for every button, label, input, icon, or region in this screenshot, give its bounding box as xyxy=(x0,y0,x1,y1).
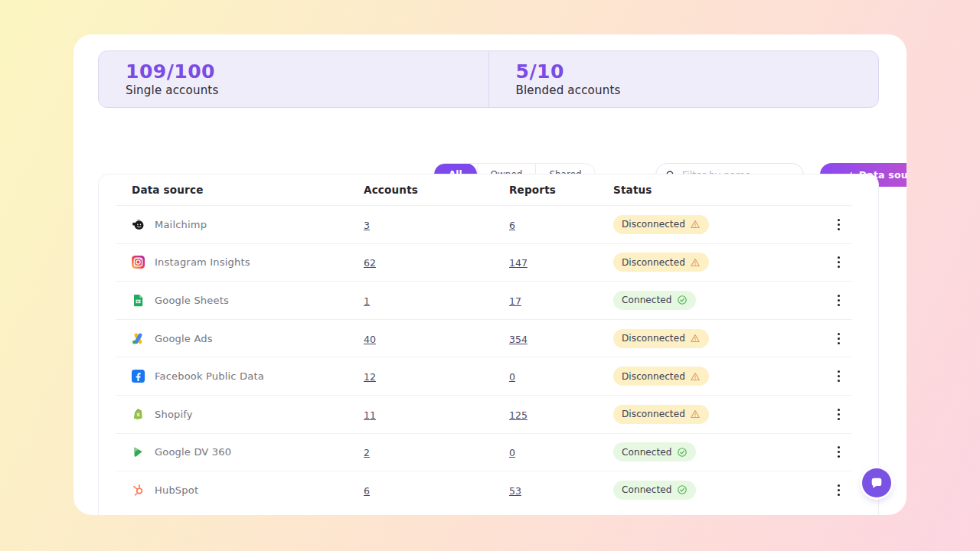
status-badge: Disconnected xyxy=(613,253,709,272)
data-source-cell: HubSpot xyxy=(132,484,364,497)
page-background: 109/100 Single accounts 5/10 Blended acc… xyxy=(0,0,980,551)
row-menu-button[interactable] xyxy=(832,367,845,386)
data-source-name: Mailchimp xyxy=(155,219,207,230)
data-source-cell: S Shopify xyxy=(132,408,364,421)
status-label: Connected xyxy=(622,447,672,458)
status-label: Disconnected xyxy=(622,333,685,344)
row-menu-button[interactable] xyxy=(832,442,845,461)
table-header-row: Data source Accounts Reports Status xyxy=(99,174,878,205)
accounts-link[interactable]: 40 xyxy=(364,334,376,345)
accounts-usage-bar: 109/100 Single accounts 5/10 Blended acc… xyxy=(98,51,879,108)
row-menu-button[interactable] xyxy=(832,405,845,424)
status-badge: Connected xyxy=(613,481,696,500)
table-row: Facebook Public Data 12 0 Disconnected xyxy=(99,357,878,395)
reports-link[interactable]: 0 xyxy=(509,371,515,383)
table-body: Mailchimp 3 6 Disconnected Instagram Ins… xyxy=(99,206,878,509)
blended-accounts-label: Blended accounts xyxy=(516,83,879,97)
table-row: S Shopify 11 125 Disconnected xyxy=(99,396,878,433)
data-source-name: Shopify xyxy=(155,409,193,420)
hubspot-icon xyxy=(132,484,145,497)
reports-link[interactable]: 17 xyxy=(509,295,521,307)
accounts-link[interactable]: 6 xyxy=(364,485,370,497)
reports-link[interactable]: 147 xyxy=(509,257,528,269)
header-reports: Reports xyxy=(509,184,613,196)
accounts-link[interactable]: 2 xyxy=(364,447,370,458)
warning-icon xyxy=(690,219,701,230)
status-badge: Disconnected xyxy=(613,367,709,386)
data-source-cell: Instagram Insights xyxy=(132,256,364,269)
reports-link[interactable]: 6 xyxy=(509,220,515,231)
google-ads-icon xyxy=(132,332,145,345)
reports-link[interactable]: 354 xyxy=(509,334,528,345)
accounts-link[interactable]: 62 xyxy=(364,257,376,269)
chat-launcher-button[interactable] xyxy=(862,468,891,497)
status-badge: Disconnected xyxy=(613,215,709,234)
data-source-cell: Google DV 360 xyxy=(132,445,364,458)
data-source-cell: Google Sheets xyxy=(132,294,364,307)
table-row: Mailchimp 3 6 Disconnected xyxy=(99,206,878,243)
header-status: Status xyxy=(613,184,817,196)
status-badge: Connected xyxy=(613,291,696,310)
accounts-link[interactable]: 12 xyxy=(364,371,376,383)
warning-icon xyxy=(690,257,701,268)
single-accounts-value: 109/100 xyxy=(126,60,488,83)
status-badge: Disconnected xyxy=(613,405,709,424)
data-source-name: HubSpot xyxy=(155,484,198,496)
data-source-name: Google Sheets xyxy=(155,295,229,306)
status-label: Connected xyxy=(622,295,672,305)
row-menu-button[interactable] xyxy=(832,291,845,310)
data-source-name: Instagram Insights xyxy=(155,256,250,268)
table-row: Google DV 360 2 0 Connected xyxy=(99,434,878,471)
check-circle-icon xyxy=(677,447,688,458)
mailchimp-icon xyxy=(132,218,145,231)
accounts-link[interactable]: 1 xyxy=(364,295,370,307)
status-badge: Disconnected xyxy=(613,329,709,348)
reports-link[interactable]: 125 xyxy=(509,409,528,421)
data-source-name: Google Ads xyxy=(155,333,213,344)
data-sources-table: Data source Accounts Reports Status Mail… xyxy=(98,174,879,515)
blended-accounts-stat: 5/10 Blended accounts xyxy=(488,51,879,107)
header-accounts: Accounts xyxy=(364,184,509,196)
row-menu-button[interactable] xyxy=(832,481,845,500)
accounts-link[interactable]: 11 xyxy=(364,409,376,421)
table-row: HubSpot 6 53 Connected xyxy=(99,471,878,509)
warning-icon xyxy=(690,333,701,344)
shopify-icon: S xyxy=(132,408,145,421)
status-label: Disconnected xyxy=(622,257,685,268)
facebook-icon xyxy=(132,370,145,383)
table-row: Google Sheets 1 17 Connected xyxy=(99,282,878,319)
blended-accounts-value: 5/10 xyxy=(516,60,879,83)
data-source-cell: Google Ads xyxy=(132,332,364,345)
row-menu-button[interactable] xyxy=(832,253,845,272)
warning-icon xyxy=(690,409,701,419)
status-label: Disconnected xyxy=(622,409,685,419)
instagram-icon xyxy=(132,256,145,269)
google-sheets-icon xyxy=(132,294,145,307)
data-source-cell: Facebook Public Data xyxy=(132,370,364,383)
reports-link[interactable]: 53 xyxy=(509,485,521,497)
google-dv360-icon xyxy=(132,445,145,458)
reports-link[interactable]: 0 xyxy=(509,447,515,458)
check-circle-icon xyxy=(677,295,688,305)
status-label: Disconnected xyxy=(622,219,685,230)
table-row: Google Ads 40 354 Disconnected xyxy=(99,320,878,357)
row-menu-button[interactable] xyxy=(832,215,845,234)
data-source-name: Google DV 360 xyxy=(155,446,231,458)
single-accounts-stat: 109/100 Single accounts xyxy=(99,51,488,107)
warning-icon xyxy=(690,371,701,382)
status-label: Disconnected xyxy=(622,371,685,382)
data-source-cell: Mailchimp xyxy=(132,218,364,231)
accounts-link[interactable]: 3 xyxy=(364,220,370,231)
chat-bubble-icon xyxy=(870,476,884,490)
status-badge: Connected xyxy=(613,442,696,461)
table-row: Instagram Insights 62 147 Disconnected xyxy=(99,244,878,282)
status-label: Connected xyxy=(622,484,672,495)
row-menu-button[interactable] xyxy=(832,329,845,348)
single-accounts-label: Single accounts xyxy=(126,83,488,97)
header-data-source: Data source xyxy=(132,184,364,196)
svg-text:S: S xyxy=(136,412,139,417)
main-card: 109/100 Single accounts 5/10 Blended acc… xyxy=(74,34,906,515)
check-circle-icon xyxy=(677,484,688,495)
data-source-name: Facebook Public Data xyxy=(155,370,264,382)
